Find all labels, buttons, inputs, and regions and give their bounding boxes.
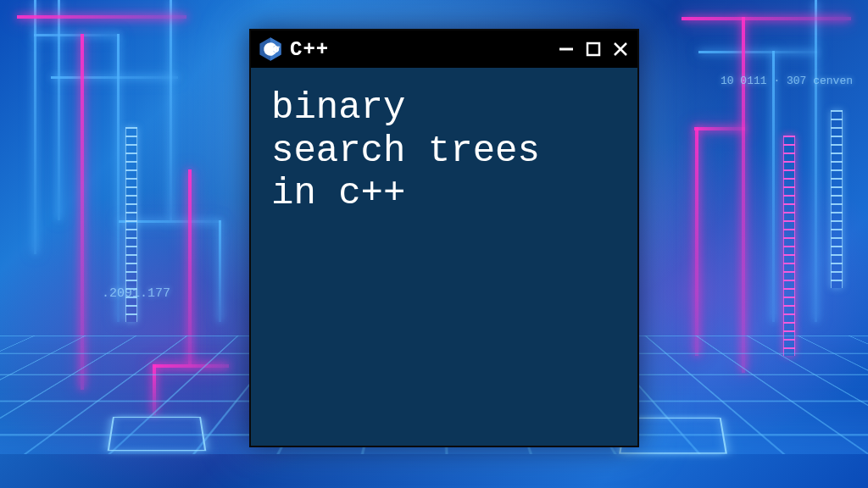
svg-text:+: + <box>277 45 280 49</box>
window-title: C++ <box>290 38 551 61</box>
content-line-2: search trees <box>271 130 540 172</box>
bg-text-right: 10 0111 · 307 cenven <box>721 75 853 87</box>
bg-text-left: .2091.177 <box>102 286 170 301</box>
terminal-content: binary search trees in c++ <box>251 68 637 446</box>
minimize-button[interactable] <box>558 41 575 58</box>
close-button[interactable] <box>612 41 629 58</box>
maximize-button[interactable] <box>585 41 602 58</box>
cpp-icon: + + <box>258 36 283 62</box>
terminal-window: + + C++ binary search trees in c++ <box>249 29 639 447</box>
content-line-3: in c++ <box>271 172 405 214</box>
window-controls <box>558 41 629 58</box>
titlebar[interactable]: + + C++ <box>251 30 637 68</box>
content-line-1: binary <box>271 86 405 129</box>
svg-rect-5 <box>587 43 599 55</box>
svg-text:+: + <box>275 45 277 49</box>
